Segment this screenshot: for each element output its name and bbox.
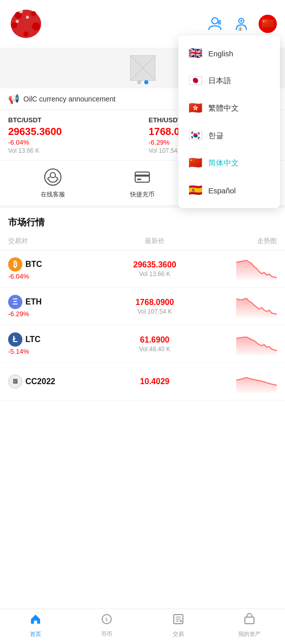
lang-traditional-chinese[interactable]: 🇭🇰 繁體中文 [178, 94, 280, 122]
recharge-icon [132, 167, 152, 187]
spanish-label: Español [208, 186, 236, 195]
dot-1 [137, 80, 141, 84]
trade-label: 交易 [173, 630, 184, 638]
nav-home[interactable]: 首页 [0, 613, 71, 638]
market-row-btc[interactable]: ₿ BTC -6.04% 29635.3600 Vol 13.66 K [0, 250, 285, 288]
svg-point-2 [31, 11, 36, 16]
lang-english[interactable]: 🇬🇧 English [178, 40, 280, 67]
korean-flag: 🇰🇷 [188, 129, 202, 142]
svg-point-6 [19, 9, 23, 13]
simplified-chinese-label: 简体中文 [208, 158, 239, 168]
market-section: 市场行情 交易对 最新价 走势图 ₿ BTC -6.04% 29635.3600… [0, 208, 285, 400]
ltc-trend [204, 332, 277, 355]
svg-point-20 [50, 173, 55, 178]
svg-point-5 [23, 31, 28, 37]
svg-rect-23 [137, 179, 141, 180]
header-trend: 走势图 [204, 236, 277, 246]
ltc-change: -5.14% [8, 348, 106, 355]
header-price: 最新价 [106, 236, 203, 246]
svg-point-14 [240, 20, 242, 22]
market-row-ltc[interactable]: Ł LTC -5.14% 61.6900 Vol 48.40 K [0, 325, 285, 363]
traditional-chinese-label: 繁體中文 [208, 104, 239, 113]
korean-label: 한글 [208, 131, 224, 141]
cn-flag: 🇨🇳 [188, 156, 202, 170]
header-pair: 交易对 [8, 236, 106, 246]
ltc-price: 61.6900 Vol 48.40 K [106, 335, 203, 353]
lang-korean[interactable]: 🇰🇷 한글 [178, 122, 280, 149]
english-label: English [208, 49, 233, 58]
svg-point-8 [16, 20, 19, 23]
home-icon [29, 613, 42, 628]
banner-image [130, 55, 155, 81]
eth-change: -6.29% [8, 310, 106, 318]
language-flag[interactable]: 🇨🇳 [259, 15, 277, 33]
hk-flag: 🇭🇰 [188, 101, 202, 115]
service-icon [43, 167, 63, 187]
btc-change: -6.04% [8, 273, 106, 280]
nav-assets[interactable]: 我的资产 [214, 613, 285, 638]
spanish-flag: 🇪🇸 [188, 184, 202, 197]
nav-trade[interactable]: 交易 [143, 613, 214, 638]
svg-point-9 [212, 18, 218, 24]
svg-point-3 [11, 22, 17, 28]
ticker-btc-vol: Vol 13.66 K [8, 147, 137, 154]
service-label: 在线客服 [41, 190, 65, 199]
currency-icon: $ [101, 613, 113, 628]
ticker-btc-change: -6.04% [8, 139, 137, 146]
market-title: 市场行情 [0, 208, 285, 232]
pair-ltc: Ł LTC -5.14% [8, 332, 106, 355]
svg-rect-21 [135, 172, 149, 182]
currency-label: 币币 [101, 630, 112, 638]
app-logo [8, 6, 49, 42]
profile-icon[interactable] [206, 15, 224, 33]
market-header: 交易对 最新价 走势图 [0, 232, 285, 250]
cc2022-name: 🖼 CC2022 [8, 375, 106, 389]
announce-icon: 📢 [8, 93, 19, 105]
ltc-icon: Ł [8, 332, 22, 347]
nav-currency[interactable]: $ 币币 [71, 613, 142, 638]
eth-name: Ξ ETH [8, 295, 106, 309]
announce-text: OilC currency announcement [23, 95, 115, 103]
assets-label: 我的资产 [238, 630, 261, 638]
eth-price: 1768.0900 Vol 107.54 K [106, 298, 203, 315]
eth-icon: Ξ [8, 295, 22, 309]
assets-icon [243, 613, 256, 628]
lang-japanese[interactable]: 🇯🇵 日本語 [178, 67, 280, 94]
japanese-flag: 🇯🇵 [188, 74, 202, 87]
svg-point-33 [180, 620, 182, 622]
market-row-cc2022[interactable]: 🖼 CC2022 10.4029 [0, 363, 285, 400]
ltc-name: Ł LTC [8, 332, 106, 347]
btc-icon: ₿ [8, 257, 22, 272]
svg-rect-22 [135, 175, 149, 177]
ticker-btc[interactable]: BTC/USDT 29635.3600 -6.04% Vol 13.66 K [8, 116, 137, 154]
english-flag: 🇬🇧 [188, 47, 202, 60]
cc2022-trend [204, 370, 277, 393]
language-dropdown: 🇬🇧 English 🇯🇵 日本語 🇭🇰 繁體中文 🇰🇷 한글 🇨🇳 简体中文 … [178, 36, 280, 208]
header-icons: 👔 🇨🇳 [206, 15, 277, 33]
svg-text:$: $ [105, 617, 108, 622]
pair-cc2022: 🖼 CC2022 [8, 375, 106, 389]
cc2022-icon: 🖼 [8, 375, 22, 389]
eth-trend [204, 295, 277, 318]
recharge-label: 快捷充币 [130, 190, 154, 199]
pair-btc: ₿ BTC -6.04% [8, 257, 106, 280]
bottom-nav: 首页 $ 币币 交易 我的资产 [0, 608, 285, 644]
lang-simplified-chinese[interactable]: 🇨🇳 简体中文 [178, 149, 280, 177]
market-row-eth[interactable]: Ξ ETH -6.29% 1768.0900 Vol 107.54 K [0, 288, 285, 325]
cc2022-price: 10.4029 [106, 377, 203, 386]
svg-rect-34 [245, 617, 254, 624]
quick-action-service[interactable]: 在线客服 [8, 167, 98, 199]
ticker-btc-price: 29635.3600 [8, 126, 137, 138]
lang-spanish[interactable]: 🇪🇸 Español [178, 177, 280, 204]
btc-name: ₿ BTC [8, 257, 106, 272]
svg-point-7 [26, 16, 29, 19]
support-icon[interactable]: 👔 [232, 15, 250, 33]
svg-point-4 [32, 22, 40, 30]
btc-price: 29635.3600 Vol 13.66 K [106, 260, 203, 278]
trade-icon [172, 613, 184, 628]
home-label: 首页 [30, 630, 41, 638]
btc-trend [204, 257, 277, 280]
ticker-btc-pair: BTC/USDT [8, 116, 137, 124]
pair-eth: Ξ ETH -6.29% [8, 295, 106, 318]
quick-action-recharge[interactable]: 快捷充币 [98, 167, 187, 199]
